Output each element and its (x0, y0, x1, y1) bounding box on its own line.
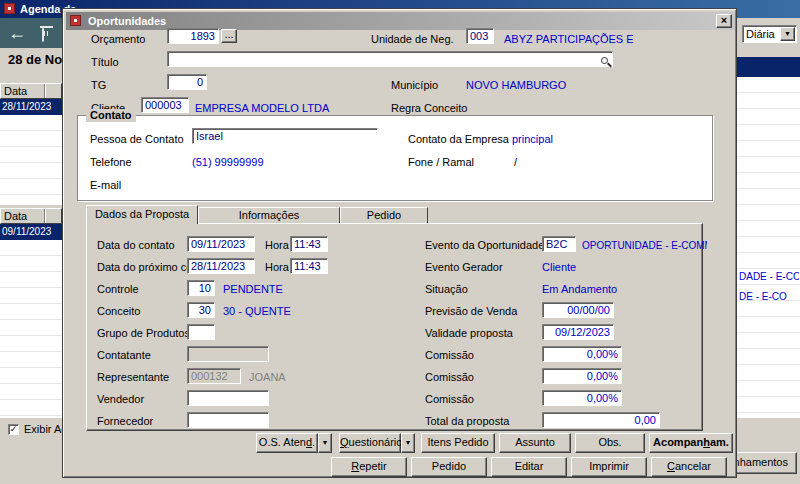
acompanham-button[interactable]: Acompanham. (649, 433, 733, 453)
dialog-title: Oportunidades (88, 12, 488, 30)
repetir-button[interactable]: Repetir (331, 457, 407, 477)
assunto-button[interactable]: Assunto (499, 433, 571, 453)
questionario-dropdown-icon[interactable]: ▼ (401, 433, 415, 453)
orcamento-browse-button[interactable]: ... (221, 29, 237, 43)
hora-proximo-label: Hora (265, 261, 289, 274)
cliente-name: EMPRESA MODELO LTDA (195, 102, 375, 115)
search-icon[interactable] (601, 57, 608, 64)
titulo-label: Título (91, 56, 119, 69)
total-proposta-label: Total da proposta (425, 415, 509, 428)
conceito-label: Conceito (97, 305, 140, 318)
fone-ramal-value: / (514, 156, 594, 169)
agenda-top-selected-row[interactable]: 28/11/2023 (0, 99, 62, 115)
os-atend-button[interactable]: O.S. Atend. (256, 433, 318, 453)
show-checkbox[interactable]: ✓ (8, 424, 19, 435)
pessoa-contato-input[interactable]: Israel (192, 128, 378, 144)
evento-gerador-label: Evento Gerador (425, 261, 503, 274)
comissao2-label: Comissão (425, 371, 474, 384)
questionario-button[interactable]: Questionário (339, 433, 401, 453)
obs-button[interactable]: Obs. (575, 433, 645, 453)
controle-label: Controle (97, 283, 139, 296)
controle-input[interactable]: 10 (187, 280, 215, 296)
vendedor-label: Vendedor (97, 393, 144, 406)
right-strip-gap (737, 48, 800, 57)
comissao2-input[interactable]: 0,00% (542, 368, 622, 384)
tab-informacoes-complementares[interactable]: Informações Complementares (198, 207, 340, 223)
controle-desc: PENDENTE (223, 283, 343, 296)
hora-contato-input[interactable]: 11:43 (290, 236, 328, 252)
contato-groupbox: Contato Pessoa de Contato Israel Contato… (77, 115, 713, 201)
data-contato-input[interactable]: 09/11/2023 (187, 236, 255, 252)
agenda-app-icon (4, 3, 15, 14)
tab-dados-da-proposta[interactable]: Dados da Proposta (86, 205, 198, 224)
evento-oportunidade-label: Evento da Oportunidade (425, 239, 544, 252)
pedido-button[interactable]: Pedido (411, 457, 487, 477)
telefone-value: (51) 99999999 (192, 156, 352, 169)
tg-input[interactable]: 0 (167, 74, 207, 90)
fornecedor-input[interactable] (187, 412, 269, 428)
hora-proximo-input[interactable]: 11:43 (290, 258, 328, 274)
grupo-produtos-input[interactable] (187, 324, 215, 340)
comissao3-label: Comissão (425, 393, 474, 406)
right-fragment-1: DADE - E-CO (739, 271, 799, 282)
agenda-bottom-column-header[interactable]: Data (0, 208, 62, 224)
representante-input[interactable]: 000132 (187, 368, 241, 384)
date-heading: 28 de Nov (8, 52, 62, 68)
view-mode-value: Diária (746, 28, 775, 40)
situacao-label: Situação (425, 283, 468, 296)
titulo-input[interactable] (167, 51, 613, 67)
conceito-input[interactable]: 30 (187, 302, 215, 318)
comissao1-label: Comissão (425, 349, 474, 362)
regra-conceito-label: Regra Conceito (391, 102, 467, 115)
show-checkbox-label: Exibir Acom (24, 423, 62, 436)
column-divider (44, 84, 45, 98)
imprimir-button[interactable]: Imprimir (571, 457, 647, 477)
comissao3-input[interactable]: 0,00% (542, 390, 622, 406)
validade-proposta-input[interactable]: 09/12/2023 (542, 324, 614, 340)
trash-icon[interactable] (42, 28, 44, 42)
evento-code-input[interactable]: B2C (542, 236, 576, 252)
municipio-value: NOVO HAMBURGO (466, 79, 666, 92)
cliente-code-input[interactable]: 000003 (141, 97, 189, 113)
proposta-panel: Data do contato 09/11/2023 Hora 11:43 Da… (86, 223, 703, 431)
contato-group-title: Contato (86, 109, 136, 122)
editar-button[interactable]: Editar (491, 457, 567, 477)
unidade-label: Unidade de Neg. (371, 33, 454, 46)
oportunidades-dialog: Oportunidades × Orçamento 1893 ... Unida… (62, 8, 737, 478)
contatante-label: Contatante (97, 349, 151, 362)
chevron-down-icon[interactable]: ▼ (780, 27, 795, 41)
comissao1-input[interactable]: 0,00% (542, 346, 622, 362)
contatante-input[interactable] (187, 346, 269, 362)
right-strip-header-band (737, 57, 800, 77)
right-fragment-2: DE - E-CO (739, 291, 799, 302)
situacao-value: Em Andamento (542, 283, 682, 296)
contato-empresa-value: principal (512, 133, 692, 146)
tab-pedido[interactable]: Pedido (340, 207, 428, 223)
os-atend-dropdown-icon[interactable]: ▼ (318, 433, 332, 453)
agenda-top-column-header[interactable]: Data (0, 83, 62, 99)
orcamento-input[interactable]: 1893 (167, 28, 219, 44)
unidade-code-input[interactable]: 003 (466, 28, 494, 44)
view-mode-select[interactable]: Diária ▼ (742, 25, 797, 43)
representante-label: Representante (97, 371, 169, 384)
previsao-venda-input[interactable]: 00/00/00 (542, 302, 614, 318)
contato-empresa-label: Contato da Empresa (408, 133, 509, 146)
vendedor-input[interactable] (187, 390, 269, 406)
conceito-desc: 30 - QUENTE (223, 305, 343, 318)
column-divider (44, 209, 45, 223)
pessoa-contato-label: Pessoa de Contato (90, 133, 184, 146)
validade-proposta-label: Validade proposta (425, 327, 513, 340)
unidade-name: ABYZ PARTICIPAÇÕES E (504, 33, 734, 46)
agenda-bottom-selected-row[interactable]: 09/11/2023 (0, 224, 62, 240)
cancelar-button[interactable]: Cancelar (651, 457, 727, 477)
back-icon[interactable]: ← (8, 18, 26, 48)
municipio-label: Município (391, 79, 438, 92)
itens-pedido-button[interactable]: Itens Pedido (421, 433, 495, 453)
close-icon[interactable]: × (716, 14, 732, 28)
agenda-top-list-body[interactable] (0, 115, 62, 205)
agenda-bottom-list-body[interactable] (0, 240, 62, 418)
total-proposta-input[interactable]: 0,00 (542, 412, 660, 428)
right-strip-list-body (737, 77, 800, 418)
data-contato-label: Data do contato (97, 239, 175, 252)
data-proximo-input[interactable]: 28/11/2023 (187, 258, 255, 274)
